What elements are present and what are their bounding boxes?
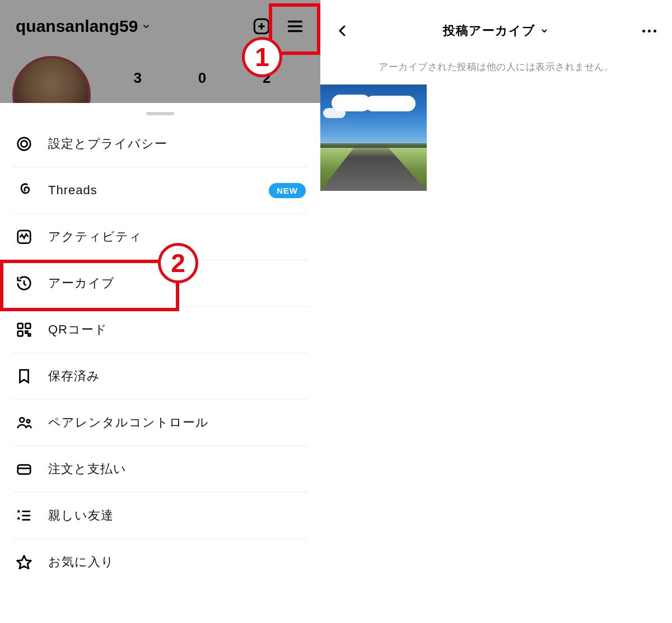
- annotation-callout-1: 1: [242, 37, 282, 77]
- archive-empty-message: アーカイブされた投稿は他の人には表示されません。: [320, 60, 672, 73]
- svg-rect-16: [18, 465, 31, 474]
- svg-marker-22: [17, 517, 21, 521]
- svg-point-7: [21, 140, 27, 147]
- annotation-callout-2: 2: [158, 243, 198, 283]
- archive-title-label: 投稿アーカイブ: [443, 22, 535, 39]
- stat-posts[interactable]: 3: [133, 69, 141, 87]
- menu-label: お気に入り: [48, 554, 114, 570]
- menu-item-close-friends[interactable]: 親しい友達: [12, 493, 308, 538]
- parental-icon: [15, 414, 34, 431]
- svg-rect-11: [18, 331, 23, 336]
- gear-icon: [15, 135, 34, 152]
- threads-icon: [15, 182, 34, 199]
- svg-point-15: [27, 420, 30, 423]
- username-label: quansanlang59: [16, 17, 138, 36]
- right-screen: 投稿アーカイブ アーカイブされた投稿は他の人には表示されません。: [320, 0, 672, 623]
- menu-item-parental[interactable]: ペアレンタルコントロール: [12, 400, 308, 446]
- menu-label: アクティビティ: [48, 228, 142, 245]
- bottom-sheet: 設定とプライバシー Threads NEW アクティビティ: [0, 103, 320, 623]
- menu-item-saved[interactable]: 保存済み: [12, 353, 308, 399]
- close-friends-icon: [15, 507, 34, 524]
- back-button[interactable]: [336, 21, 349, 40]
- bookmark-icon: [15, 368, 34, 385]
- stat-followers[interactable]: 0: [198, 69, 206, 87]
- card-icon: [15, 461, 34, 477]
- chevron-down-icon: [141, 21, 151, 31]
- menu-item-qr[interactable]: QRコード: [12, 307, 308, 353]
- new-badge: NEW: [269, 183, 306, 198]
- chevron-down-icon: [540, 26, 549, 35]
- left-screen: quansanlang59 3 0 2: [0, 0, 320, 623]
- svg-point-14: [20, 418, 24, 422]
- create-post-button[interactable]: [252, 17, 271, 36]
- archive-title-dropdown[interactable]: 投稿アーカイブ: [443, 22, 549, 39]
- menu-item-favorites[interactable]: お気に入り: [12, 539, 308, 585]
- menu-item-threads[interactable]: Threads NEW: [12, 167, 308, 213]
- star-icon: [15, 554, 34, 570]
- menu-label: 保存済み: [48, 368, 100, 385]
- svg-point-6: [18, 138, 31, 151]
- menu-item-settings[interactable]: 設定とプライバシー: [12, 121, 308, 167]
- menu-label: 設定とプライバシー: [48, 135, 167, 152]
- menu-label: 親しい友達: [48, 507, 114, 524]
- svg-rect-12: [26, 331, 28, 334]
- username-dropdown[interactable]: quansanlang59: [16, 17, 151, 36]
- menu-label: ペアレンタルコントロール: [48, 414, 209, 431]
- annotation-box-2: [0, 260, 179, 311]
- menu-label: Threads: [48, 183, 97, 198]
- more-button[interactable]: [642, 30, 656, 32]
- svg-marker-23: [17, 556, 31, 569]
- menu-list: 設定とプライバシー Threads NEW アクティビティ: [0, 121, 320, 585]
- svg-rect-9: [18, 324, 23, 329]
- menu-label: 注文と支払い: [48, 461, 127, 477]
- svg-rect-10: [26, 324, 31, 329]
- svg-rect-13: [29, 334, 31, 336]
- menu-item-orders[interactable]: 注文と支払い: [12, 446, 308, 492]
- activity-icon: [15, 228, 34, 245]
- archive-header: 投稿アーカイブ: [320, 0, 672, 45]
- menu-label: QRコード: [48, 321, 108, 338]
- svg-marker-21: [17, 509, 21, 513]
- archived-post-thumbnail[interactable]: [320, 85, 427, 191]
- qr-icon: [15, 321, 34, 338]
- sheet-grabber[interactable]: [146, 112, 174, 115]
